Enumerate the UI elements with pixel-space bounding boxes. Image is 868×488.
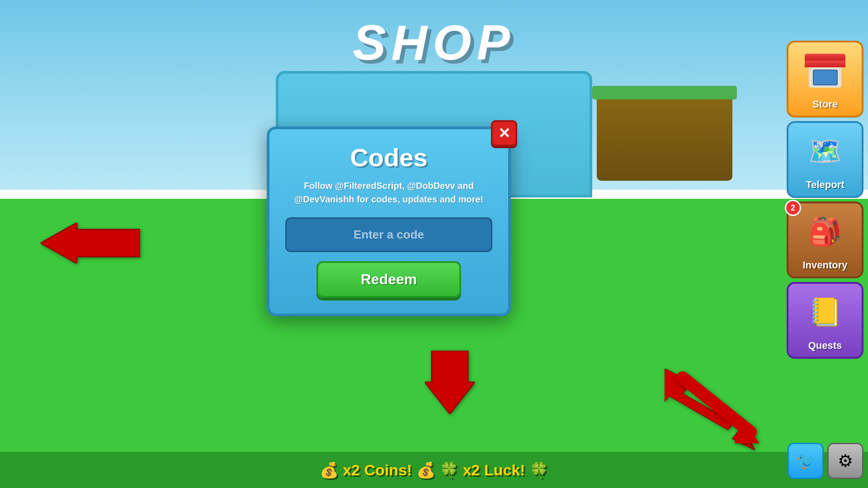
settings-button[interactable]: ⚙ — [827, 443, 863, 479]
twitter-icon: 🐦 — [795, 451, 816, 471]
arrow-down — [425, 351, 475, 416]
modal-title: Codes — [285, 143, 492, 172]
code-input[interactable] — [285, 217, 492, 252]
redeem-button[interactable]: Redeem — [316, 261, 462, 298]
settings-icon: ⚙ — [838, 451, 853, 471]
store-icon — [805, 54, 845, 88]
store-body — [809, 67, 841, 88]
quests-icon-area: 📒 — [788, 284, 862, 340]
svg-marker-1 — [425, 351, 475, 414]
bottom-right-icons: 🐦 ⚙ — [788, 443, 863, 479]
close-button[interactable]: ✕ — [491, 120, 517, 146]
bottom-bar: 💰 x2 Coins! 💰 🍀 x2 Luck! 🍀 — [320, 461, 548, 479]
teleport-label: Teleport — [806, 179, 844, 191]
store-icon-area — [788, 42, 862, 99]
teleport-button[interactable]: 🗺️ Teleport — [787, 121, 863, 198]
modal-subtitle: Follow @FilteredScript, @DobDevv and@Dev… — [285, 179, 492, 206]
sidebar: Store 🗺️ Teleport 2 🎒 Inventory 📒 Quests — [782, 36, 868, 363]
teleport-icon: 🗺️ — [808, 135, 842, 167]
inventory-label: Inventory — [802, 259, 847, 271]
codes-modal: ✕ Codes Follow @FilteredScript, @DobDevv… — [267, 127, 511, 316]
store-roof — [805, 54, 845, 67]
quests-label: Quests — [808, 340, 842, 352]
inventory-badge: 2 — [785, 200, 801, 216]
arrow-diagonal — [669, 364, 778, 456]
teleport-icon-area: 🗺️ — [788, 123, 862, 179]
twitter-button[interactable]: 🐦 — [788, 443, 824, 479]
bottom-text: 💰 x2 Coins! 💰 🍀 x2 Luck! 🍀 — [320, 461, 548, 479]
store-button[interactable]: Store — [787, 41, 863, 117]
store-screen — [813, 70, 838, 85]
inventory-icon: 🎒 — [808, 216, 842, 248]
store-label: Store — [812, 99, 838, 110]
inventory-button[interactable]: 2 🎒 Inventory — [787, 202, 863, 278]
quests-button[interactable]: 📒 Quests — [787, 282, 863, 359]
quests-icon: 📒 — [808, 296, 842, 328]
